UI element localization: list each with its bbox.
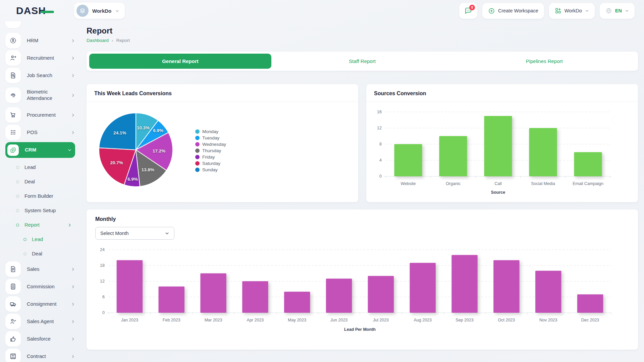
legend-item-thursday[interactable]: Thursday	[195, 148, 226, 153]
sidebar-item-lead-subsub[interactable]: Lead	[5, 233, 75, 246]
tab-general-report[interactable]: General Report	[89, 54, 271, 69]
chevron-right-icon	[71, 130, 75, 135]
person-check-icon	[9, 318, 17, 325]
chart-text: 4	[379, 158, 382, 163]
charts-row: This Week Leads Conversions 10.3%6.9%17.…	[87, 84, 638, 202]
tab-staff-report[interactable]: Staff Report	[271, 54, 453, 69]
bar-call[interactable]	[484, 116, 512, 176]
chart-text: 8	[379, 142, 382, 146]
app-logo[interactable]: DASH	[16, 5, 46, 16]
sidebar-item-sales-agent[interactable]: Sales Agent	[5, 314, 75, 329]
bar-email-campaign[interactable]	[574, 152, 602, 176]
calculator-icon	[9, 283, 17, 290]
grid-dots-icon-box	[5, 125, 21, 140]
workspace-switcher-button[interactable]: WorkDo	[549, 3, 595, 19]
sidebar-item-salesforce[interactable]: Salesforce	[5, 331, 75, 347]
chevron-right-icon	[71, 354, 75, 359]
sidebar-item-form-builder-sub[interactable]: Form Builder	[5, 189, 75, 203]
workspace-pill[interactable]: WorkDo	[74, 3, 125, 19]
bar-nov-2023[interactable]	[535, 271, 561, 313]
language-button[interactable]: EN	[600, 3, 635, 19]
sidebar-item-biometric-attendance[interactable]: Biometric Attendance	[5, 85, 75, 105]
chart-text: Call	[494, 181, 502, 186]
document-search-icon	[9, 72, 17, 79]
workspace-name: WorkDo	[92, 8, 111, 14]
app-root: DASH WorkDo 0 Create Workspace WorkDo	[0, 0, 644, 362]
person-plus-icon	[9, 54, 17, 62]
sidebar-item-hrm[interactable]: HRM	[5, 33, 75, 48]
tab-pipelines-report[interactable]: Pipelines Report	[453, 54, 635, 69]
chart-text: Apr 2023	[247, 318, 264, 322]
legend-dot-icon	[195, 136, 200, 140]
crm-cards-icon-box	[7, 144, 19, 156]
chevron-right-icon	[67, 223, 72, 227]
bullet-ring-icon	[16, 195, 19, 198]
bar-dec-2023[interactable]	[577, 294, 603, 313]
sidebar-item-report-sub[interactable]: Report	[5, 218, 75, 232]
sidebar-item-lead-sub[interactable]: Lead	[5, 161, 75, 174]
legend-item-monday[interactable]: Monday	[195, 129, 226, 134]
legend-item-sunday[interactable]: Sunday	[195, 167, 226, 172]
messages-button[interactable]: 0	[459, 3, 477, 19]
sidebar-item-label: Sales Agent	[27, 318, 54, 325]
chevron-down-icon	[67, 148, 72, 152]
card-title: Monthly	[87, 209, 638, 226]
monthly-card: Monthly Select Month 06121824Jan 2023Feb…	[87, 209, 638, 350]
sidebar-item-pos[interactable]: POS	[5, 125, 75, 140]
bar-oct-2023[interactable]	[493, 260, 519, 313]
sidebar-item-label: Deal	[32, 251, 42, 257]
sidebar-item-job-search[interactable]: Job Search	[5, 68, 75, 83]
select-month-value: Select Month	[100, 231, 129, 236]
bar-apr-2023[interactable]	[242, 281, 268, 313]
bar-may-2023[interactable]	[284, 292, 310, 313]
sidebar-item-deal-sub[interactable]: Deal	[5, 175, 75, 188]
legend-item-tuesday[interactable]: Tuesday	[195, 135, 226, 140]
sidebar-item-crm[interactable]: CRM	[5, 142, 75, 158]
bar-organic[interactable]	[439, 136, 467, 176]
chevron-right-icon	[71, 302, 75, 306]
bar-aug-2023[interactable]	[410, 263, 436, 313]
sidebar-item-recruitment[interactable]: Recruitment	[5, 50, 75, 66]
chart-text: 24	[100, 247, 105, 252]
legend-item-friday[interactable]: Friday	[195, 155, 226, 160]
bar-jan-2023[interactable]	[117, 260, 143, 313]
page-title: Report	[87, 26, 638, 36]
chevron-right-icon	[71, 319, 75, 324]
sidebar-item-consignment[interactable]: Consignment	[5, 296, 75, 312]
chart-text: Nov 2023	[539, 318, 557, 322]
sidebar-item-label: System Setup	[24, 207, 56, 214]
sidebar-item-contract[interactable]: Contract	[5, 349, 75, 362]
bar-mar-2023[interactable]	[200, 274, 226, 313]
bar-feb-2023[interactable]	[159, 287, 184, 313]
bar-jul-2023[interactable]	[368, 276, 394, 313]
chart-text: Jul 2023	[373, 318, 389, 322]
chevron-right-icon	[71, 267, 75, 272]
bar-jun-2023[interactable]	[326, 279, 352, 313]
sidebar-item-label: Job Search	[27, 72, 52, 79]
bar-website[interactable]	[394, 144, 422, 176]
sidebar-item-sales[interactable]: Sales	[5, 261, 75, 277]
legend-item-wednesday[interactable]: Wednesday	[195, 142, 226, 147]
bullet-ring-icon	[16, 180, 19, 183]
sidebar-menu: HRMRecruitmentJob SearchBiometric Attend…	[5, 33, 75, 362]
sidebar-item-system-setup-sub[interactable]: System Setup	[5, 204, 75, 217]
month-chart-svg: 06121824Jan 2023Feb 2023Mar 2023Apr 2023…	[95, 244, 618, 334]
select-month-dropdown[interactable]: Select Month	[95, 227, 174, 240]
bullet-ring-icon	[16, 224, 19, 227]
breadcrumb-dashboard[interactable]: Dashboard	[87, 38, 109, 43]
messages-badge: 0	[469, 5, 475, 10]
sidebar-item-commission[interactable]: Commission	[5, 279, 75, 294]
sidebar-item-label: HRM	[27, 38, 38, 44]
bar-social-media[interactable]	[529, 128, 557, 176]
chevron-right-icon	[71, 73, 75, 78]
legend-item-saturday[interactable]: Saturday	[195, 161, 226, 166]
sidebar-item-label: Report	[24, 222, 40, 228]
chevron-down-icon	[625, 9, 629, 13]
legend-label: Wednesday	[202, 142, 226, 147]
chevron-right-icon	[71, 93, 75, 98]
create-workspace-button[interactable]: Create Workspace	[482, 3, 544, 19]
sidebar-item-deal-subsub[interactable]: Deal	[5, 247, 75, 260]
pie-legend: MondayTuesdayWednesdayThursdayFridaySatu…	[195, 128, 226, 174]
bar-sep-2023[interactable]	[451, 255, 477, 313]
sidebar-item-procurement[interactable]: Procurement	[5, 107, 75, 123]
